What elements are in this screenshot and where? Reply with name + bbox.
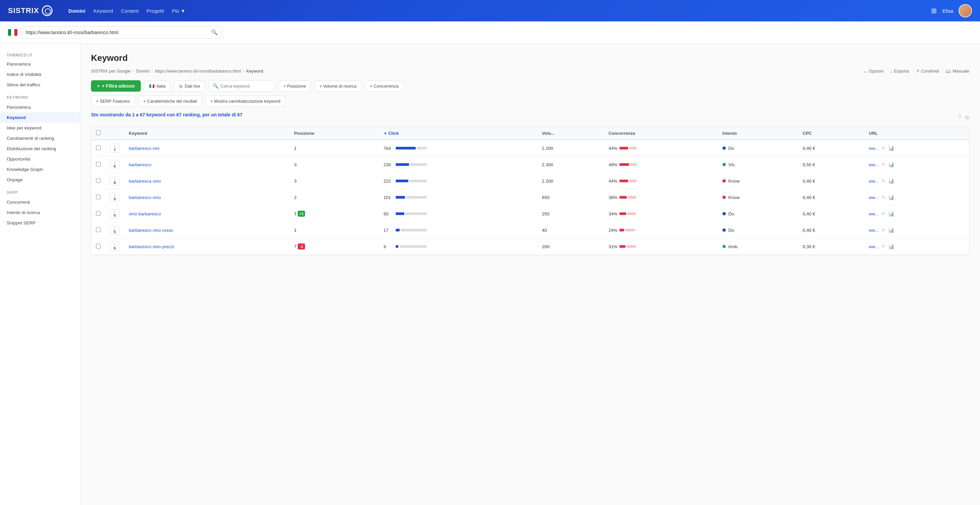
row-position: 7 -1 [289,238,379,255]
cannibalizzazione-filter[interactable]: + Mostra cannibalizzazione keyword [205,96,285,107]
eye-icon[interactable]: 👁 [881,227,886,233]
col-volume[interactable]: Volu... [537,127,604,140]
rank-icon-badge[interactable]: ≡ 6 [110,242,119,251]
breadcrumb-opzioni[interactable]: ⌄ Opzioni [863,68,883,73]
nav-domini[interactable]: Domini [68,8,86,14]
sidebar-item-cambiamenti[interactable]: Cambiamenti di ranking [0,133,80,143]
chart-icon[interactable]: 📊 [888,195,894,200]
chart-icon[interactable]: 📊 [888,162,894,167]
nav-content[interactable]: Content [121,8,139,14]
grid-icon[interactable]: ⊞ [931,7,937,15]
row-keyword[interactable]: barbaresca vino [124,173,289,189]
sidebar-item-keyword-panoramica[interactable]: Panoramica [0,102,80,113]
rank-icon-badge[interactable]: ≡ 5 [110,226,119,235]
row-intento: Amb. [718,238,798,255]
eye-icon[interactable]: 👁 [881,162,886,167]
chart-icon[interactable]: 📊 [888,227,894,233]
breadcrumb-condividi[interactable]: ↗ Condividi [916,68,939,73]
col-intento[interactable]: Intento [718,127,798,140]
logo[interactable]: SISTRIX [8,5,52,16]
row-url-link[interactable]: ww... [869,244,879,249]
volume-filter[interactable]: + Volume di ricerca [314,81,361,92]
filtra-adesso-button[interactable]: + + Filtra adesso [91,80,141,92]
sidebar-item-intento[interactable]: Intento di ricerca [0,207,80,218]
eye-icon[interactable]: 👁 [881,146,886,151]
row-keyword[interactable]: barbaresco [124,157,289,173]
nav-piu-dropdown[interactable]: Più ▼ [172,8,186,14]
col-posizione[interactable]: Posizione [289,127,379,140]
row-checkbox[interactable] [96,195,101,199]
logo-text: SISTRIX [8,6,39,15]
row-url-link[interactable]: ww... [869,162,879,167]
col-cpc[interactable]: CPC [798,127,864,140]
sidebar-item-distribuzione[interactable]: Distribuzione dei ranking [0,143,80,154]
breadcrumb-manuale[interactable]: 📖 Manuale [945,68,969,73]
chart-icon[interactable]: 📊 [888,244,894,249]
select-all-checkbox[interactable] [96,130,101,135]
keyword-search[interactable]: 🔍 [208,80,275,92]
chart-icon[interactable]: 📊 [888,211,894,216]
url-search-wrap[interactable]: 🔍 [21,26,222,38]
caratteristiche-filter[interactable]: + Caratteristiche dei risultati [138,96,202,107]
sidebar-item-idee-keyword[interactable]: Idee per keyword [0,123,80,133]
posizione-filter[interactable]: + Posizione [278,81,311,92]
row-keyword[interactable]: barbaresco vino prezzi [124,238,289,255]
rank-icon-badge[interactable]: ≡ 7 [110,143,119,153]
serp-features-filter[interactable]: + SERP Features [91,96,135,107]
row-volume: 2.300 [537,157,604,173]
eye-icon[interactable]: 👁 [881,195,886,200]
row-checkbox[interactable] [96,178,101,183]
sidebar-item-keyword[interactable]: Keyword [0,113,80,123]
settings-icon[interactable]: ⚙ [965,114,969,121]
sidebar-item-snippet[interactable]: Snippet SERP [0,218,80,228]
row-url-link[interactable]: ww... [869,211,879,216]
rank-icon-badge[interactable]: ≡ 8 [110,176,119,186]
row-url-link[interactable]: ww... [869,146,879,151]
col-keyword[interactable]: Keyword [124,127,289,140]
row-checkbox[interactable] [96,146,101,150]
sidebar-item-traffico[interactable]: Stima del traffico [0,79,80,90]
row-url-link[interactable]: ww... [869,228,879,233]
rank-icon-badge[interactable]: ≡ 5 [110,193,119,202]
sidebar-item-onpage[interactable]: Onpage [0,175,80,185]
sidebar-item-opportunita[interactable]: Opportunità [0,154,80,164]
row-checkbox[interactable] [96,227,101,232]
row-checkbox-cell [91,157,105,173]
row-url-link[interactable]: ww... [869,195,879,200]
col-concorrenza[interactable]: Concorrenza [604,127,718,140]
concorrenza-filter[interactable]: + Concorrenza [365,81,404,92]
nav-progetti[interactable]: Progetti [146,8,164,14]
row-keyword[interactable]: barbaresco vino [124,189,289,206]
breadcrumb-domini[interactable]: Domini [136,68,150,73]
row-checkbox[interactable] [96,162,101,167]
rank-icon-badge[interactable]: ≡ 5 [110,209,119,218]
breadcrumb-esporta[interactable]: ↓ Esporta [890,68,909,73]
avatar[interactable] [959,4,972,17]
chart-icon[interactable]: 📊 [888,178,894,184]
keyword-search-input[interactable] [220,84,270,89]
breadcrumb-url[interactable]: https://www.tannico.it/i-rossi/barbaresc… [155,68,241,73]
eye-icon[interactable]: 👁 [881,211,886,216]
row-keyword[interactable]: barbaresco vini [124,140,289,157]
eye-icon[interactable]: 👁 [881,244,886,249]
row-keyword[interactable]: vino barbaresco [124,206,289,222]
italia-filter[interactable]: 🇮🇹 Italia [144,81,170,92]
search-icon[interactable]: 🔍 [211,29,218,35]
url-search-input[interactable] [26,30,208,35]
breadcrumb-sistrix[interactable]: SISTRIX per Google [91,68,131,73]
row-checkbox[interactable] [96,211,101,216]
eye-icon[interactable]: 👁 [881,178,886,184]
col-click[interactable]: ▼ Click [379,127,538,140]
row-checkbox[interactable] [96,244,101,248]
sidebar-item-knowledge-graph[interactable]: Knowledge Graph [0,164,80,175]
dati-live-filter[interactable]: ◎ Dati live [174,81,205,92]
help-icon[interactable]: ? [958,114,961,121]
row-keyword[interactable]: barbaresco vino rosso [124,222,289,238]
nav-keyword[interactable]: Keyword [93,8,113,14]
row-url-link[interactable]: ww... [869,179,879,184]
sidebar-item-visibilita[interactable]: Indice di Visibilità [0,69,80,79]
rank-icon-badge[interactable]: ≡ 5 [110,160,119,169]
sidebar-item-panoramica[interactable]: Panoramica [0,59,80,69]
chart-icon[interactable]: 📊 [888,146,894,151]
sidebar-item-concorrenti[interactable]: Concorrenti [0,197,80,207]
